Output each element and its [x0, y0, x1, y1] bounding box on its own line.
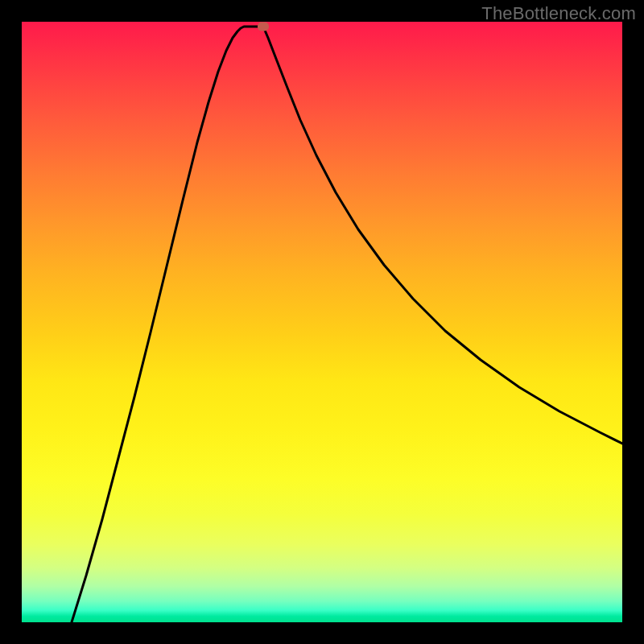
- gradient-background: [22, 22, 622, 622]
- chart-frame: TheBottleneck.com: [0, 0, 644, 644]
- watermark-text: TheBottleneck.com: [481, 3, 636, 24]
- optimal-point-marker: [258, 23, 269, 31]
